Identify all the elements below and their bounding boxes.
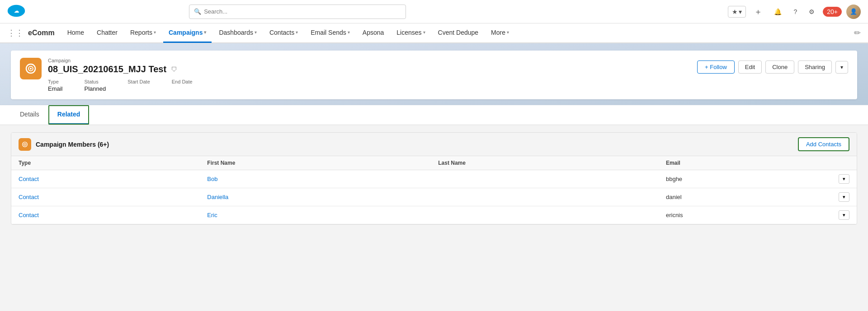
- bell-icon[interactable]: 🔔: [770, 6, 785, 17]
- settings-button[interactable]: ⚙: [805, 6, 818, 17]
- section-title: Campaign Members (6+): [36, 141, 793, 148]
- plus-icon: ＋: [754, 6, 762, 17]
- row-action-button[interactable]: ▾: [839, 210, 849, 220]
- cell-row-action: ▾: [830, 188, 857, 206]
- row-action-button[interactable]: ▾: [839, 174, 849, 184]
- follow-button[interactable]: + Follow: [697, 60, 735, 74]
- cell-email: daniel: [659, 188, 830, 206]
- nav-item-apsona[interactable]: Apsona: [357, 23, 389, 43]
- settings-icon: ⚙: [809, 8, 815, 15]
- contact-type-link[interactable]: Contact: [19, 176, 39, 182]
- search-bar: 🔍: [189, 5, 406, 19]
- top-bar-actions: ★ ▾ ＋ 🔔 ? ⚙ 20+ 👤: [728, 5, 861, 19]
- field-status-label: Status: [85, 79, 106, 84]
- cell-row-action: ▾: [830, 170, 857, 188]
- cell-type: Contact: [11, 188, 200, 206]
- cell-type: Contact: [11, 206, 200, 224]
- top-bar: ☁ 🔍 ★ ▾ ＋ 🔔 ? ⚙ 20+ 👤: [0, 0, 868, 23]
- campaign-members-table: Type First Name Last Name Email ContactB…: [11, 156, 857, 224]
- section-icon: [19, 138, 31, 151]
- favorites-button[interactable]: ★ ▾: [728, 6, 746, 18]
- contact-type-link[interactable]: Contact: [19, 212, 39, 218]
- record-object-type: Campaign: [48, 58, 691, 63]
- app-launcher-icon[interactable]: ⋮⋮: [7, 28, 24, 38]
- field-start-date-label: Start Date: [127, 79, 150, 84]
- record-header-inner: Campaign 08_UIS_20210615_MJJ Test ⛉ Type…: [11, 51, 857, 99]
- nav-item-campaigns[interactable]: Campaigns ▾: [163, 23, 212, 43]
- col-last-name: Last Name: [431, 156, 659, 170]
- field-type-value: Email: [48, 85, 63, 92]
- search-input[interactable]: [204, 8, 401, 15]
- cell-email: ericnis: [659, 206, 830, 224]
- cell-type: Contact: [11, 170, 200, 188]
- row-action-button[interactable]: ▾: [839, 192, 849, 202]
- record-actions: + Follow Edit Clone Sharing ▾: [697, 60, 848, 74]
- col-actions: [830, 156, 857, 170]
- salesforce-logo[interactable]: ☁: [7, 2, 25, 21]
- first-name-link[interactable]: Bob: [207, 176, 217, 182]
- chevron-down-icon: ▾: [296, 30, 298, 35]
- record-info: Campaign 08_UIS_20210615_MJJ Test ⛉ Type…: [48, 58, 691, 92]
- clone-button[interactable]: Clone: [765, 60, 794, 74]
- record-title: 08_UIS_20210615_MJJ Test: [48, 64, 166, 74]
- table-row: ContactDanielladaniel▾: [11, 188, 857, 206]
- avatar[interactable]: 👤: [846, 5, 861, 19]
- hierarchy-icon[interactable]: ⛉: [171, 66, 177, 73]
- cell-last-name: [431, 206, 659, 224]
- field-status-value: Planned: [85, 85, 106, 92]
- record-fields: Type Email Status Planned Start Date End…: [48, 79, 691, 92]
- chevron-down-icon: ▾: [840, 64, 843, 70]
- nav-item-home[interactable]: Home: [62, 23, 90, 43]
- cell-first-name: Daniella: [200, 188, 431, 206]
- cell-row-action: ▾: [830, 206, 857, 224]
- svg-point-7: [24, 144, 25, 145]
- first-name-link[interactable]: Eric: [207, 212, 217, 218]
- cell-email: bbghe: [659, 170, 830, 188]
- first-name-link[interactable]: Daniella: [207, 194, 228, 200]
- nav-item-cvent-dedupe[interactable]: Cvent Dedupe: [433, 23, 484, 43]
- sharing-button[interactable]: Sharing: [798, 60, 832, 74]
- chevron-down-icon: ▾: [255, 30, 257, 35]
- help-button[interactable]: ?: [790, 6, 801, 17]
- cell-last-name: [431, 170, 659, 188]
- field-start-date: Start Date: [127, 79, 150, 92]
- tabs-bar: Details Related: [0, 105, 868, 125]
- app-name: eComm: [28, 29, 55, 37]
- cell-last-name: [431, 188, 659, 206]
- search-icon: 🔍: [194, 8, 201, 15]
- nav-item-chatter[interactable]: Chatter: [91, 23, 123, 43]
- nav-item-more[interactable]: More ▾: [486, 23, 514, 43]
- cell-first-name: Eric: [200, 206, 431, 224]
- col-email: Email: [659, 156, 830, 170]
- record-title-row: 08_UIS_20210615_MJJ Test ⛉: [48, 64, 691, 74]
- tab-related[interactable]: Related: [48, 105, 90, 125]
- nav-item-reports[interactable]: Reports ▾: [125, 23, 161, 43]
- field-type-label: Type: [48, 79, 63, 84]
- edit-button[interactable]: Edit: [738, 60, 762, 74]
- nav-item-email-sends[interactable]: Email Sends ▾: [305, 23, 355, 43]
- chevron-down-icon: ▾: [154, 30, 156, 35]
- record-header: Campaign 08_UIS_20210615_MJJ Test ⛉ Type…: [0, 43, 868, 105]
- notifications-button[interactable]: 20+: [823, 7, 842, 17]
- record-type-icon: [20, 58, 42, 79]
- nav-item-dashboards[interactable]: Dashboards ▾: [213, 23, 262, 43]
- add-contacts-button[interactable]: Add Contacts: [798, 137, 849, 151]
- nav-edit-icon[interactable]: ✏: [854, 28, 861, 38]
- chevron-down-icon: ▾: [204, 30, 206, 35]
- contact-type-link[interactable]: Contact: [19, 194, 39, 200]
- col-type: Type: [11, 156, 200, 170]
- actions-dropdown-button[interactable]: ▾: [835, 61, 848, 74]
- nav-item-licenses[interactable]: Licenses ▾: [391, 23, 430, 43]
- table-row: ContactBobbbghe▾: [11, 170, 857, 188]
- tab-details[interactable]: Details: [11, 105, 48, 125]
- star-icon: ★: [732, 8, 738, 15]
- chevron-down-icon: ▾: [423, 30, 425, 35]
- help-icon: ?: [793, 8, 797, 15]
- campaign-members-section: Campaign Members (6+) Add Contacts Type …: [11, 132, 857, 225]
- nav-item-contacts[interactable]: Contacts ▾: [264, 23, 303, 43]
- main-content: Campaign Members (6+) Add Contacts Type …: [0, 125, 868, 306]
- table-row: ContactEricericnis▾: [11, 206, 857, 224]
- add-button[interactable]: ＋: [750, 5, 766, 19]
- chevron-down-icon: ▾: [348, 30, 350, 35]
- cell-first-name: Bob: [200, 170, 431, 188]
